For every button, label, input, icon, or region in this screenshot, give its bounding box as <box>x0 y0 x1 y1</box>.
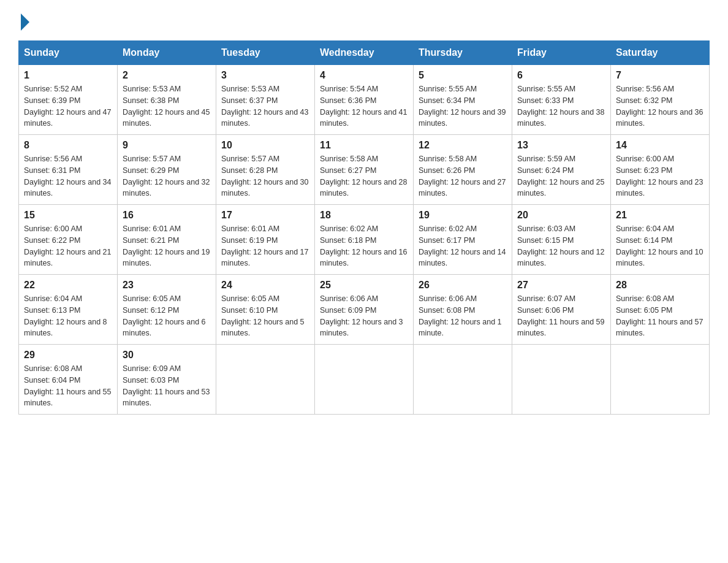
week-row-5: 29Sunrise: 6:08 AMSunset: 6:04 PMDayligh… <box>19 345 710 415</box>
week-row-4: 22Sunrise: 6:04 AMSunset: 6:13 PMDayligh… <box>19 275 710 345</box>
calendar-cell: 7Sunrise: 5:56 AMSunset: 6:32 PMDaylight… <box>611 65 710 135</box>
calendar-cell: 23Sunrise: 6:05 AMSunset: 6:12 PMDayligh… <box>118 275 216 345</box>
calendar-cell: 4Sunrise: 5:54 AMSunset: 6:36 PMDaylight… <box>315 65 414 135</box>
calendar-cell: 11Sunrise: 5:58 AMSunset: 6:27 PMDayligh… <box>315 135 414 205</box>
day-info: Sunrise: 6:00 AMSunset: 6:23 PMDaylight:… <box>616 153 704 199</box>
day-info: Sunrise: 6:05 AMSunset: 6:12 PMDaylight:… <box>123 293 211 339</box>
day-info: Sunrise: 6:03 AMSunset: 6:15 PMDaylight:… <box>517 223 605 269</box>
calendar-cell: 8Sunrise: 5:56 AMSunset: 6:31 PMDaylight… <box>19 135 118 205</box>
day-number: 11 <box>320 140 408 151</box>
day-info: Sunrise: 5:54 AMSunset: 6:36 PMDaylight:… <box>320 83 408 129</box>
calendar-cell: 29Sunrise: 6:08 AMSunset: 6:04 PMDayligh… <box>19 345 118 415</box>
calendar-cell: 30Sunrise: 6:09 AMSunset: 6:03 PMDayligh… <box>118 345 216 415</box>
calendar-cell: 20Sunrise: 6:03 AMSunset: 6:15 PMDayligh… <box>512 205 611 275</box>
day-number: 5 <box>419 70 507 81</box>
calendar-cell: 13Sunrise: 5:59 AMSunset: 6:24 PMDayligh… <box>512 135 611 205</box>
day-info: Sunrise: 5:55 AMSunset: 6:33 PMDaylight:… <box>517 83 605 129</box>
day-number: 29 <box>24 350 112 361</box>
calendar-cell: 21Sunrise: 6:04 AMSunset: 6:14 PMDayligh… <box>611 205 710 275</box>
calendar-cell: 17Sunrise: 6:01 AMSunset: 6:19 PMDayligh… <box>216 205 315 275</box>
day-info: Sunrise: 6:01 AMSunset: 6:21 PMDaylight:… <box>123 223 211 269</box>
week-row-2: 8Sunrise: 5:56 AMSunset: 6:31 PMDaylight… <box>19 135 710 205</box>
day-number: 14 <box>616 140 704 151</box>
day-number: 22 <box>24 280 112 291</box>
day-number: 12 <box>419 140 507 151</box>
weekday-header-monday: Monday <box>118 41 216 65</box>
day-number: 26 <box>419 280 507 291</box>
logo-triangle-icon <box>21 13 29 31</box>
day-number: 17 <box>221 210 309 221</box>
day-info: Sunrise: 6:02 AMSunset: 6:18 PMDaylight:… <box>320 223 408 269</box>
day-info: Sunrise: 6:05 AMSunset: 6:10 PMDaylight:… <box>221 293 309 339</box>
day-number: 13 <box>517 140 605 151</box>
logo <box>18 12 29 28</box>
day-number: 10 <box>221 140 309 151</box>
calendar-cell: 25Sunrise: 6:06 AMSunset: 6:09 PMDayligh… <box>315 275 414 345</box>
calendar-cell: 24Sunrise: 6:05 AMSunset: 6:10 PMDayligh… <box>216 275 315 345</box>
day-number: 21 <box>616 210 704 221</box>
day-number: 23 <box>123 280 211 291</box>
day-number: 30 <box>123 350 211 361</box>
calendar-cell: 18Sunrise: 6:02 AMSunset: 6:18 PMDayligh… <box>315 205 414 275</box>
day-info: Sunrise: 6:08 AMSunset: 6:05 PMDaylight:… <box>616 293 704 339</box>
weekday-header-wednesday: Wednesday <box>315 41 414 65</box>
day-info: Sunrise: 5:58 AMSunset: 6:26 PMDaylight:… <box>419 153 507 199</box>
calendar-cell <box>315 345 414 415</box>
calendar-cell: 6Sunrise: 5:55 AMSunset: 6:33 PMDaylight… <box>512 65 611 135</box>
weekday-header-thursday: Thursday <box>414 41 512 65</box>
day-number: 7 <box>616 70 704 81</box>
day-number: 4 <box>320 70 408 81</box>
calendar-cell: 28Sunrise: 6:08 AMSunset: 6:05 PMDayligh… <box>611 275 710 345</box>
day-info: Sunrise: 6:09 AMSunset: 6:03 PMDaylight:… <box>123 363 211 409</box>
calendar-cell: 15Sunrise: 6:00 AMSunset: 6:22 PMDayligh… <box>19 205 118 275</box>
weekday-header-friday: Friday <box>512 41 611 65</box>
day-info: Sunrise: 6:08 AMSunset: 6:04 PMDaylight:… <box>24 363 112 409</box>
day-info: Sunrise: 6:02 AMSunset: 6:17 PMDaylight:… <box>419 223 507 269</box>
day-info: Sunrise: 5:52 AMSunset: 6:39 PMDaylight:… <box>24 83 112 129</box>
day-info: Sunrise: 6:04 AMSunset: 6:13 PMDaylight:… <box>24 293 112 339</box>
week-row-3: 15Sunrise: 6:00 AMSunset: 6:22 PMDayligh… <box>19 205 710 275</box>
calendar-cell: 3Sunrise: 5:53 AMSunset: 6:37 PMDaylight… <box>216 65 315 135</box>
calendar-cell: 14Sunrise: 6:00 AMSunset: 6:23 PMDayligh… <box>611 135 710 205</box>
calendar-table: SundayMondayTuesdayWednesdayThursdayFrid… <box>18 40 710 415</box>
day-info: Sunrise: 6:06 AMSunset: 6:09 PMDaylight:… <box>320 293 408 339</box>
calendar-cell <box>512 345 611 415</box>
day-info: Sunrise: 5:53 AMSunset: 6:37 PMDaylight:… <box>221 83 309 129</box>
calendar-cell: 2Sunrise: 5:53 AMSunset: 6:38 PMDaylight… <box>118 65 216 135</box>
day-info: Sunrise: 6:01 AMSunset: 6:19 PMDaylight:… <box>221 223 309 269</box>
calendar-cell: 10Sunrise: 5:57 AMSunset: 6:28 PMDayligh… <box>216 135 315 205</box>
day-number: 18 <box>320 210 408 221</box>
calendar-cell: 5Sunrise: 5:55 AMSunset: 6:34 PMDaylight… <box>414 65 512 135</box>
calendar-cell <box>611 345 710 415</box>
day-info: Sunrise: 5:58 AMSunset: 6:27 PMDaylight:… <box>320 153 408 199</box>
day-number: 8 <box>24 140 112 151</box>
day-info: Sunrise: 5:56 AMSunset: 6:32 PMDaylight:… <box>616 83 704 129</box>
day-number: 15 <box>24 210 112 221</box>
weekday-header-sunday: Sunday <box>19 41 118 65</box>
day-number: 20 <box>517 210 605 221</box>
calendar-cell: 16Sunrise: 6:01 AMSunset: 6:21 PMDayligh… <box>118 205 216 275</box>
day-info: Sunrise: 6:06 AMSunset: 6:08 PMDaylight:… <box>419 293 507 339</box>
day-info: Sunrise: 6:04 AMSunset: 6:14 PMDaylight:… <box>616 223 704 269</box>
day-info: Sunrise: 5:57 AMSunset: 6:29 PMDaylight:… <box>123 153 211 199</box>
calendar-cell <box>414 345 512 415</box>
day-number: 3 <box>221 70 309 81</box>
day-number: 1 <box>24 70 112 81</box>
week-row-1: 1Sunrise: 5:52 AMSunset: 6:39 PMDaylight… <box>19 65 710 135</box>
day-number: 28 <box>616 280 704 291</box>
calendar-cell: 22Sunrise: 6:04 AMSunset: 6:13 PMDayligh… <box>19 275 118 345</box>
calendar-cell: 12Sunrise: 5:58 AMSunset: 6:26 PMDayligh… <box>414 135 512 205</box>
weekday-header-row: SundayMondayTuesdayWednesdayThursdayFrid… <box>19 41 710 65</box>
calendar-cell: 26Sunrise: 6:06 AMSunset: 6:08 PMDayligh… <box>414 275 512 345</box>
day-info: Sunrise: 5:59 AMSunset: 6:24 PMDaylight:… <box>517 153 605 199</box>
calendar-cell: 1Sunrise: 5:52 AMSunset: 6:39 PMDaylight… <box>19 65 118 135</box>
page-header <box>18 12 710 28</box>
calendar-cell: 9Sunrise: 5:57 AMSunset: 6:29 PMDaylight… <box>118 135 216 205</box>
weekday-header-saturday: Saturday <box>611 41 710 65</box>
calendar-cell <box>216 345 315 415</box>
day-number: 9 <box>123 140 211 151</box>
day-number: 2 <box>123 70 211 81</box>
day-info: Sunrise: 5:55 AMSunset: 6:34 PMDaylight:… <box>419 83 507 129</box>
day-number: 25 <box>320 280 408 291</box>
day-info: Sunrise: 6:00 AMSunset: 6:22 PMDaylight:… <box>24 223 112 269</box>
